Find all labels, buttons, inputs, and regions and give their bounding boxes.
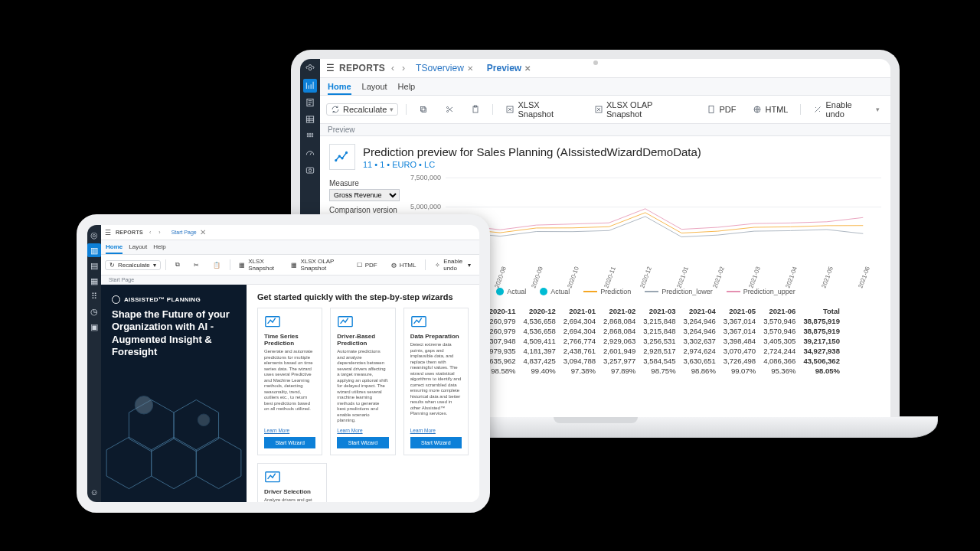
rail-icon-gauge[interactable]: ◷ [87, 305, 101, 318]
cut-button[interactable]: ✂ [189, 260, 204, 270]
wizard-card: Driver-Based PredictionAutomate predicti… [330, 308, 395, 455]
nav-prev[interactable]: ‹ [390, 63, 396, 73]
col-header: Total [799, 306, 844, 316]
svg-point-10 [309, 169, 312, 172]
menu-icon[interactable]: ☰ [326, 63, 335, 73]
scissors-icon [445, 105, 454, 114]
xlsx-olap-button[interactable]: XLSX OLAP Snapshot [590, 99, 695, 120]
col-header: 2021-06 [760, 306, 799, 316]
svg-point-21 [335, 160, 337, 161]
report-subtitle: 11 • 1 • EURO • LC [363, 160, 701, 169]
svg-rect-19 [709, 106, 714, 113]
close-icon[interactable]: ✕ [524, 64, 531, 73]
rail-icon-settings[interactable]: ◎ [87, 228, 101, 242]
menu-icon[interactable]: ☰ [105, 229, 111, 236]
paste-button[interactable]: 📋 [208, 260, 225, 270]
rail-icon-chart[interactable] [303, 79, 317, 93]
xlsx-olap-button[interactable]: ▦ XLSX OLAP Snapshot [286, 256, 347, 273]
sub-breadcrumb: Preview [320, 124, 890, 136]
hero-headline: Shape the Future of your Organization wi… [112, 308, 236, 358]
svg-point-25 [135, 396, 152, 413]
rail-icon-grid[interactable] [303, 129, 317, 143]
hero-panel: AISSISTED™ PLANNING Shape the Future of … [101, 285, 247, 502]
card-title: Driver-Based Prediction [337, 333, 388, 347]
rail-icon-user[interactable]: ☺ [87, 485, 101, 499]
card-icon [264, 470, 281, 484]
start-wizard-button[interactable]: Start Wizard [264, 437, 315, 448]
start-wizard-button[interactable]: Start Wizard [337, 437, 388, 448]
card-desc: Analyze drivers and get impact level to … [264, 497, 320, 503]
rail-icon-camera[interactable]: ▣ [87, 320, 101, 334]
rail-icon-table[interactable]: ▦ [87, 274, 101, 288]
copy-button[interactable] [414, 103, 433, 116]
card-title: Time Series Prediction [264, 333, 315, 347]
rail-icon-settings[interactable] [303, 62, 317, 76]
rail-icon-camera[interactable] [303, 163, 317, 177]
xlsx-icon [505, 105, 514, 114]
menu-home[interactable]: Home [328, 80, 351, 95]
recalculate-button[interactable]: ↻ Recalculate ▾ [105, 260, 161, 270]
xlsx-snapshot-button[interactable]: ▦ XLSX Snapshot [234, 256, 282, 273]
copy-icon [419, 105, 428, 114]
clipboard-icon [471, 105, 480, 114]
svg-rect-11 [422, 108, 426, 112]
learn-more-link[interactable]: Learn More [264, 428, 315, 433]
tab-tsoverview[interactable]: TSoverview✕ [411, 61, 478, 75]
menu-layout[interactable]: Layout [362, 80, 387, 95]
table-row: 3,542,5063,635,9624,837,4253,094,7883,25… [439, 356, 844, 366]
comparison-label: Comparison version [329, 206, 400, 214]
svg-point-3 [307, 133, 309, 135]
cut-button[interactable] [440, 103, 459, 116]
close-icon[interactable]: ✕ [200, 228, 206, 236]
start-wizard-button[interactable]: Start Wizard [410, 437, 462, 448]
nav-prev[interactable]: ‹ [148, 230, 152, 235]
paste-button[interactable] [466, 103, 485, 116]
svg-point-4 [309, 133, 311, 135]
col-header: 2021-04 [680, 306, 720, 316]
toolbar: Recalculate ▾ XLSX Snapshot XLSX OLAP Sn… [320, 96, 890, 124]
rail-icon-report[interactable] [303, 96, 317, 109]
titlebar: ☰ REPORTS ‹ › TSoverview✕ Preview✕ [320, 59, 890, 78]
learn-more-link[interactable]: Learn More [337, 428, 388, 433]
tab-startpage[interactable]: Start Page✕ [167, 227, 211, 238]
table-row: 3,161,7503,260,9794,536,6582,694,3042,86… [439, 316, 844, 326]
menu-help[interactable]: Help [398, 80, 416, 95]
svg-rect-12 [421, 107, 426, 112]
card-icon [410, 315, 427, 328]
globe-icon [753, 105, 762, 114]
tab-preview[interactable]: Preview✕ [482, 61, 535, 75]
rail-icon-report[interactable]: ▤ [87, 259, 101, 272]
svg-point-13 [447, 111, 449, 112]
rail-icon-table[interactable] [303, 112, 317, 126]
nav-next[interactable]: › [157, 230, 162, 235]
pdf-button[interactable]: PDF [702, 103, 740, 116]
rail-icon-grid[interactable]: ⠿ [87, 289, 101, 303]
menu-home[interactable]: Home [106, 241, 122, 254]
table-row: 98.36%98.58%99.40%97.38%97.89%98.75%98.8… [439, 366, 844, 376]
html-button[interactable]: ◍ HTML [387, 260, 421, 270]
card-icon [264, 315, 281, 328]
col-header: 2020-12 [520, 306, 560, 316]
html-button[interactable]: HTML [748, 103, 792, 116]
svg-point-7 [309, 135, 311, 137]
rail-icon-gauge[interactable] [303, 146, 317, 160]
toolbar: ↻ Recalculate ▾ ⧉ ✂ 📋 ▦ XLSX Snapshot ▦ … [101, 255, 479, 276]
enable-undo-button[interactable]: ✧ Enable undo ▾ [430, 256, 475, 273]
svg-point-5 [312, 133, 313, 135]
menu-help[interactable]: Help [153, 241, 165, 254]
xlsx-snapshot-button[interactable]: XLSX Snapshot [501, 99, 581, 120]
close-icon[interactable]: ✕ [467, 64, 473, 73]
titlebar: ☰ REPORTS ‹ › Start Page✕ [101, 225, 479, 240]
pdf-button[interactable]: ☐ PDF [352, 260, 382, 270]
measure-select[interactable]: Gross Revenue [329, 189, 400, 201]
rail-icon-chart[interactable]: ▥ [87, 243, 101, 257]
svg-point-6 [307, 135, 309, 137]
recalculate-button[interactable]: Recalculate ▾ [326, 103, 398, 116]
menu-layout[interactable]: Layout [129, 241, 147, 254]
copy-button[interactable]: ⧉ [171, 259, 185, 270]
enable-undo-button[interactable]: Enable undo ▾ [808, 99, 884, 120]
xlsx-icon [594, 105, 603, 114]
nav-next[interactable]: › [400, 63, 407, 73]
card-desc: Detect extreme data points, gaps and imp… [410, 342, 462, 424]
learn-more-link[interactable]: Learn More [410, 428, 462, 433]
